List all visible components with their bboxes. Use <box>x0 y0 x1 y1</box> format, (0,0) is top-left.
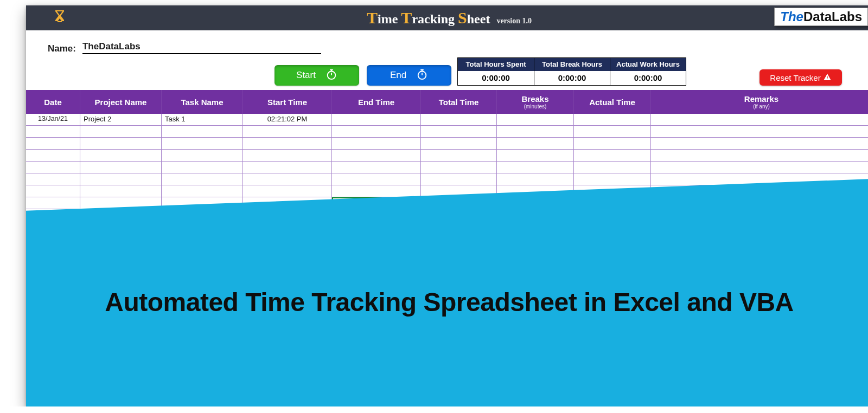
col-total: Total Time <box>421 90 497 114</box>
cell[interactable] <box>421 173 497 185</box>
stopwatch-icon <box>326 68 337 83</box>
col-start: Start Time <box>243 90 332 114</box>
cell[interactable] <box>421 126 497 137</box>
title-ime: ime <box>378 12 401 26</box>
title-heet: heet <box>467 12 490 26</box>
cell[interactable] <box>162 173 243 185</box>
cell[interactable] <box>162 162 243 173</box>
cell[interactable] <box>26 185 80 197</box>
cell[interactable] <box>332 162 421 173</box>
cell[interactable] <box>651 162 868 173</box>
cell[interactable] <box>421 150 497 161</box>
col-actual-label: Actual Time <box>589 98 635 107</box>
app-title: Time Tracking Sheet version 1.0 <box>367 9 532 27</box>
col-task: Task Name <box>162 90 243 114</box>
cell[interactable] <box>26 197 80 209</box>
name-label: Name: <box>48 43 76 54</box>
summary-head-break: Total Break Hours <box>534 58 610 71</box>
cell[interactable] <box>162 185 243 197</box>
table-row[interactable] <box>26 162 868 173</box>
cell[interactable] <box>497 162 574 173</box>
summary-box: Total Hours Spent 0:00:00 Total Break Ho… <box>457 57 686 86</box>
end-button[interactable]: End <box>367 65 451 86</box>
cell[interactable] <box>80 173 162 185</box>
cell[interactable] <box>574 114 651 125</box>
col-total-label: Total Time <box>439 98 479 107</box>
cell[interactable] <box>243 162 332 173</box>
cell[interactable] <box>332 185 421 197</box>
col-remarks: Remarks(if any) <box>651 90 868 114</box>
cell[interactable] <box>243 185 332 197</box>
cell[interactable] <box>80 150 162 161</box>
cell[interactable] <box>497 173 574 185</box>
cell[interactable]: 13/Jan/21 <box>26 114 80 125</box>
summary-val-break: 0:00:00 <box>534 71 610 85</box>
cell[interactable] <box>26 138 80 149</box>
summary-val-total: 0:00:00 <box>458 71 534 85</box>
table-row[interactable]: 13/Jan/21Project 2Task 102:21:02 PM <box>26 114 868 126</box>
cell[interactable] <box>497 114 574 125</box>
cell[interactable] <box>497 150 574 161</box>
cell[interactable] <box>80 126 162 137</box>
start-button-label: Start <box>296 70 316 81</box>
cell[interactable] <box>332 173 421 185</box>
cell[interactable] <box>243 173 332 185</box>
table-row[interactable] <box>26 173 868 185</box>
end-button-label: End <box>390 70 406 81</box>
cell[interactable] <box>574 150 651 161</box>
cell[interactable] <box>332 126 421 137</box>
cell[interactable] <box>243 138 332 149</box>
cell[interactable]: 02:21:02 PM <box>243 114 332 125</box>
cell[interactable] <box>332 150 421 161</box>
cell[interactable] <box>26 162 80 173</box>
cell[interactable] <box>574 138 651 149</box>
logo-the: The <box>780 9 803 24</box>
cell[interactable] <box>80 162 162 173</box>
cell[interactable] <box>243 126 332 137</box>
reset-button[interactable]: Reset Tracker <box>760 69 842 86</box>
cell[interactable] <box>574 126 651 137</box>
cell[interactable] <box>332 138 421 149</box>
title-letter-t2: T <box>401 9 412 27</box>
cell[interactable] <box>162 150 243 161</box>
cell[interactable] <box>332 114 421 125</box>
cell[interactable]: Project 2 <box>80 114 162 125</box>
start-button[interactable]: Start <box>275 65 359 86</box>
warning-icon <box>823 73 832 83</box>
cell[interactable] <box>421 138 497 149</box>
col-breaks: Breaks(minutes) <box>497 90 574 114</box>
summary-col-break: Total Break Hours 0:00:00 <box>534 58 610 85</box>
cell[interactable] <box>497 126 574 137</box>
table-row[interactable] <box>26 138 868 150</box>
cell[interactable] <box>80 138 162 149</box>
cell[interactable] <box>497 138 574 149</box>
cell[interactable] <box>26 150 80 161</box>
cell[interactable] <box>574 162 651 173</box>
name-value[interactable]: TheDataLabs <box>82 41 321 54</box>
table-row[interactable] <box>26 150 868 162</box>
cell[interactable] <box>574 173 651 185</box>
col-project-label: Project Name <box>95 98 147 107</box>
cell[interactable] <box>651 138 868 149</box>
cell[interactable] <box>80 185 162 197</box>
cell[interactable]: Task 1 <box>162 114 243 125</box>
svg-point-0 <box>328 71 336 79</box>
cell[interactable] <box>651 126 868 137</box>
cell[interactable] <box>651 150 868 161</box>
grid-header: Date Project Name Task Name Start Time E… <box>26 90 868 114</box>
cell[interactable] <box>421 114 497 125</box>
cell[interactable] <box>26 126 80 137</box>
title-racking: racking <box>412 12 458 26</box>
cell[interactable] <box>162 126 243 137</box>
reset-button-label: Reset Tracker <box>770 73 820 82</box>
cell[interactable] <box>243 150 332 161</box>
cell[interactable] <box>162 138 243 149</box>
table-row[interactable] <box>26 126 868 138</box>
title-letter-s: S <box>458 9 467 27</box>
col-breaks-label: Breaks <box>521 94 548 104</box>
svg-point-1 <box>418 71 426 79</box>
cell[interactable] <box>421 162 497 173</box>
hourglass-icon <box>26 9 66 27</box>
cell[interactable] <box>26 173 80 185</box>
cell[interactable] <box>651 114 868 125</box>
